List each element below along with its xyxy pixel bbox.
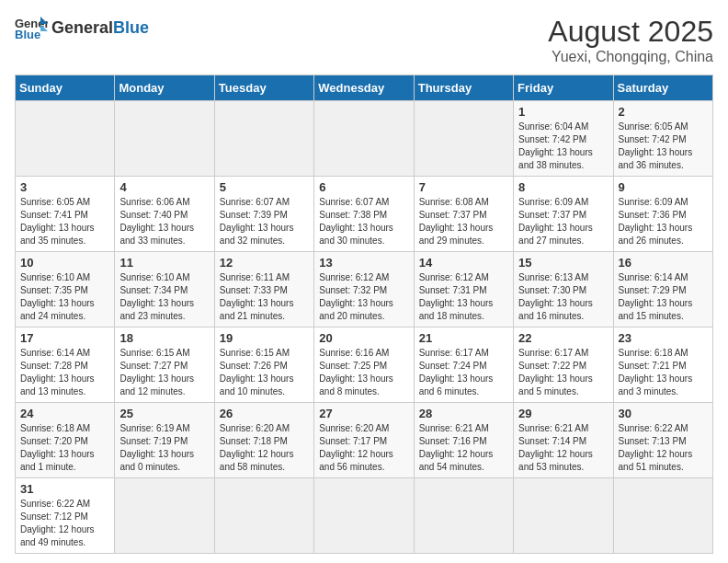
day-cell bbox=[115, 478, 214, 554]
header-monday: Monday bbox=[115, 75, 214, 101]
header-row: SundayMondayTuesdayWednesdayThursdayFrid… bbox=[16, 75, 713, 101]
logo: General Blue GeneralBlue bbox=[15, 15, 149, 40]
day-info: Sunrise: 6:18 AM Sunset: 7:21 PM Dayligh… bbox=[619, 347, 708, 398]
day-number: 28 bbox=[419, 407, 508, 420]
header-sunday: Sunday bbox=[16, 75, 115, 101]
day-cell: 12Sunrise: 6:11 AM Sunset: 7:33 PM Dayli… bbox=[214, 252, 313, 327]
logo-icon: General Blue bbox=[15, 15, 48, 40]
day-cell: 17Sunrise: 6:14 AM Sunset: 7:28 PM Dayli… bbox=[16, 327, 115, 403]
day-cell: 19Sunrise: 6:15 AM Sunset: 7:26 PM Dayli… bbox=[214, 327, 313, 403]
day-info: Sunrise: 6:10 AM Sunset: 7:34 PM Dayligh… bbox=[119, 271, 209, 323]
day-info: Sunrise: 6:12 AM Sunset: 7:32 PM Dayligh… bbox=[319, 271, 408, 323]
day-cell: 14Sunrise: 6:12 AM Sunset: 7:31 PM Dayli… bbox=[414, 252, 513, 327]
header-friday: Friday bbox=[514, 75, 613, 101]
day-info: Sunrise: 6:19 AM Sunset: 7:19 PM Dayligh… bbox=[119, 422, 209, 474]
header-tuesday: Tuesday bbox=[214, 75, 313, 101]
day-cell: 27Sunrise: 6:20 AM Sunset: 7:17 PM Dayli… bbox=[314, 403, 414, 478]
day-cell: 20Sunrise: 6:16 AM Sunset: 7:25 PM Dayli… bbox=[314, 327, 414, 403]
day-number: 5 bbox=[220, 180, 309, 194]
day-info: Sunrise: 6:22 AM Sunset: 7:13 PM Dayligh… bbox=[619, 422, 708, 474]
day-cell bbox=[214, 478, 313, 554]
day-cell: 5Sunrise: 6:07 AM Sunset: 7:39 PM Daylig… bbox=[214, 177, 313, 252]
day-number: 26 bbox=[220, 407, 309, 420]
day-number: 22 bbox=[518, 331, 608, 345]
day-info: Sunrise: 6:17 AM Sunset: 7:22 PM Dayligh… bbox=[518, 347, 608, 398]
day-info: Sunrise: 6:21 AM Sunset: 7:14 PM Dayligh… bbox=[518, 422, 608, 474]
day-info: Sunrise: 6:05 AM Sunset: 7:42 PM Dayligh… bbox=[619, 121, 708, 172]
day-number: 31 bbox=[20, 482, 109, 496]
day-number: 3 bbox=[20, 180, 109, 194]
day-cell: 10Sunrise: 6:10 AM Sunset: 7:35 PM Dayli… bbox=[16, 252, 115, 327]
day-number: 8 bbox=[518, 180, 608, 194]
week-row-4: 24Sunrise: 6:18 AM Sunset: 7:20 PM Dayli… bbox=[16, 403, 713, 478]
day-cell bbox=[514, 478, 613, 554]
day-cell: 1Sunrise: 6:04 AM Sunset: 7:42 PM Daylig… bbox=[514, 101, 613, 177]
day-info: Sunrise: 6:12 AM Sunset: 7:31 PM Dayligh… bbox=[419, 271, 508, 323]
day-cell bbox=[613, 478, 712, 554]
day-number: 18 bbox=[119, 331, 209, 345]
day-number: 15 bbox=[518, 256, 608, 270]
day-number: 12 bbox=[220, 256, 309, 270]
day-number: 23 bbox=[619, 331, 708, 345]
header-thursday: Thursday bbox=[414, 75, 513, 101]
day-cell: 26Sunrise: 6:20 AM Sunset: 7:18 PM Dayli… bbox=[214, 403, 313, 478]
day-number: 29 bbox=[518, 407, 608, 420]
day-info: Sunrise: 6:07 AM Sunset: 7:39 PM Dayligh… bbox=[220, 196, 309, 247]
day-info: Sunrise: 6:22 AM Sunset: 7:12 PM Dayligh… bbox=[20, 498, 109, 549]
day-number: 10 bbox=[20, 256, 109, 270]
day-info: Sunrise: 6:17 AM Sunset: 7:24 PM Dayligh… bbox=[419, 347, 508, 398]
logo-general-text: GeneralBlue bbox=[51, 18, 149, 38]
day-cell: 23Sunrise: 6:18 AM Sunset: 7:21 PM Dayli… bbox=[613, 327, 712, 403]
day-number: 6 bbox=[319, 180, 408, 194]
day-cell: 4Sunrise: 6:06 AM Sunset: 7:40 PM Daylig… bbox=[115, 177, 214, 252]
day-number: 14 bbox=[419, 256, 508, 270]
calendar-table: SundayMondayTuesdayWednesdayThursdayFrid… bbox=[15, 75, 713, 554]
day-cell: 11Sunrise: 6:10 AM Sunset: 7:34 PM Dayli… bbox=[115, 252, 214, 327]
day-info: Sunrise: 6:16 AM Sunset: 7:25 PM Dayligh… bbox=[319, 347, 408, 398]
day-cell: 15Sunrise: 6:13 AM Sunset: 7:30 PM Dayli… bbox=[514, 252, 613, 327]
day-cell bbox=[414, 101, 513, 177]
day-number: 19 bbox=[220, 331, 309, 345]
day-cell bbox=[115, 101, 214, 177]
day-number: 4 bbox=[119, 180, 209, 194]
day-cell: 29Sunrise: 6:21 AM Sunset: 7:14 PM Dayli… bbox=[514, 403, 613, 478]
day-number: 27 bbox=[319, 407, 408, 420]
day-info: Sunrise: 6:06 AM Sunset: 7:40 PM Dayligh… bbox=[119, 196, 209, 247]
header: General Blue GeneralBlue August 2025 Yue… bbox=[15, 15, 713, 65]
day-number: 21 bbox=[419, 331, 508, 345]
day-cell bbox=[214, 101, 313, 177]
day-cell: 9Sunrise: 6:09 AM Sunset: 7:36 PM Daylig… bbox=[613, 177, 712, 252]
day-info: Sunrise: 6:13 AM Sunset: 7:30 PM Dayligh… bbox=[518, 271, 608, 323]
day-number: 24 bbox=[20, 407, 109, 420]
day-number: 20 bbox=[319, 331, 408, 345]
day-info: Sunrise: 6:21 AM Sunset: 7:16 PM Dayligh… bbox=[419, 422, 508, 474]
week-row-3: 17Sunrise: 6:14 AM Sunset: 7:28 PM Dayli… bbox=[16, 327, 713, 403]
day-number: 9 bbox=[619, 180, 708, 194]
day-cell: 21Sunrise: 6:17 AM Sunset: 7:24 PM Dayli… bbox=[414, 327, 513, 403]
calendar-subtitle: Yuexi, Chongqing, China bbox=[548, 49, 713, 65]
day-cell: 18Sunrise: 6:15 AM Sunset: 7:27 PM Dayli… bbox=[115, 327, 214, 403]
day-cell: 7Sunrise: 6:08 AM Sunset: 7:37 PM Daylig… bbox=[414, 177, 513, 252]
header-wednesday: Wednesday bbox=[314, 75, 414, 101]
day-cell: 30Sunrise: 6:22 AM Sunset: 7:13 PM Dayli… bbox=[613, 403, 712, 478]
day-number: 25 bbox=[119, 407, 209, 420]
day-cell bbox=[16, 101, 115, 177]
day-number: 16 bbox=[619, 256, 708, 270]
header-saturday: Saturday bbox=[613, 75, 712, 101]
week-row-0: 1Sunrise: 6:04 AM Sunset: 7:42 PM Daylig… bbox=[16, 101, 713, 177]
title-block: August 2025 Yuexi, Chongqing, China bbox=[548, 15, 713, 65]
day-info: Sunrise: 6:15 AM Sunset: 7:26 PM Dayligh… bbox=[220, 347, 309, 398]
day-info: Sunrise: 6:10 AM Sunset: 7:35 PM Dayligh… bbox=[20, 271, 109, 323]
day-info: Sunrise: 6:14 AM Sunset: 7:28 PM Dayligh… bbox=[20, 347, 109, 398]
day-cell bbox=[314, 478, 414, 554]
day-cell: 24Sunrise: 6:18 AM Sunset: 7:20 PM Dayli… bbox=[16, 403, 115, 478]
day-info: Sunrise: 6:05 AM Sunset: 7:41 PM Dayligh… bbox=[20, 196, 109, 247]
day-info: Sunrise: 6:11 AM Sunset: 7:33 PM Dayligh… bbox=[220, 271, 309, 323]
day-cell: 13Sunrise: 6:12 AM Sunset: 7:32 PM Dayli… bbox=[314, 252, 414, 327]
day-number: 2 bbox=[619, 105, 708, 119]
day-cell bbox=[414, 478, 513, 554]
day-cell: 25Sunrise: 6:19 AM Sunset: 7:19 PM Dayli… bbox=[115, 403, 214, 478]
day-info: Sunrise: 6:07 AM Sunset: 7:38 PM Dayligh… bbox=[319, 196, 408, 247]
day-number: 11 bbox=[119, 256, 209, 270]
week-row-1: 3Sunrise: 6:05 AM Sunset: 7:41 PM Daylig… bbox=[16, 177, 713, 252]
